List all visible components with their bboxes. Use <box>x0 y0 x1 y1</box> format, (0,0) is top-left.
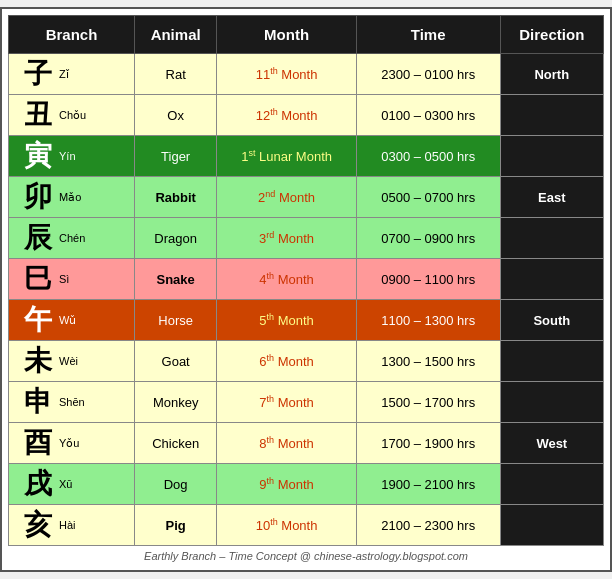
pinyin-text: Chǒu <box>59 109 86 122</box>
animal-cell: Goat <box>134 341 216 382</box>
pinyin-text: Yín <box>59 150 76 162</box>
direction-cell <box>500 464 603 505</box>
pinyin-text: Sì <box>59 273 69 285</box>
direction-cell: East <box>500 177 603 218</box>
chinese-character: 酉 <box>21 429 55 457</box>
branch-cell: 午 Wǔ <box>9 300 135 341</box>
chinese-character: 巳 <box>21 265 55 293</box>
branch-cell: 亥 Hài <box>9 505 135 546</box>
animal-cell: Dog <box>134 464 216 505</box>
month-text: 2nd Month <box>258 190 315 205</box>
header-animal: Animal <box>134 16 216 54</box>
direction-cell <box>500 382 603 423</box>
direction-cell <box>500 95 603 136</box>
time-cell: 1900 – 2100 hrs <box>356 464 500 505</box>
chinese-character: 午 <box>21 306 55 334</box>
table-row: 寅 Yín Tiger1st Lunar Month0300 – 0500 hr… <box>9 136 604 177</box>
chinese-character: 戌 <box>21 470 55 498</box>
earthly-branch-table: Branch Animal Month Time Direction 子 Zǐ … <box>8 15 604 546</box>
month-cell: 4th Month <box>217 259 356 300</box>
pinyin-text: Mǎo <box>59 191 81 204</box>
animal-cell: Pig <box>134 505 216 546</box>
direction-cell <box>500 136 603 177</box>
month-text: 1st Lunar Month <box>241 149 332 164</box>
branch-cell: 酉 Yǒu <box>9 423 135 464</box>
table-row: 午 Wǔ Horse5th Month1100 – 1300 hrsSouth <box>9 300 604 341</box>
table-row: 卯 Mǎo Rabbit2nd Month0500 – 0700 hrsEast <box>9 177 604 218</box>
time-cell: 1300 – 1500 hrs <box>356 341 500 382</box>
header-time: Time <box>356 16 500 54</box>
month-text: 10th Month <box>256 518 318 533</box>
animal-cell: Chicken <box>134 423 216 464</box>
month-cell: 12th Month <box>217 95 356 136</box>
chinese-character: 寅 <box>21 142 55 170</box>
time-cell: 0900 – 1100 hrs <box>356 259 500 300</box>
branch-cell: 巳 Sì <box>9 259 135 300</box>
animal-cell: Rabbit <box>134 177 216 218</box>
chinese-character: 卯 <box>21 183 55 211</box>
branch-cell: 丑 Chǒu <box>9 95 135 136</box>
time-cell: 1700 – 1900 hrs <box>356 423 500 464</box>
pinyin-text: Wǔ <box>59 314 76 327</box>
time-cell: 1100 – 1300 hrs <box>356 300 500 341</box>
time-cell: 0500 – 0700 hrs <box>356 177 500 218</box>
table-row: 辰 Chén Dragon3rd Month0700 – 0900 hrs <box>9 218 604 259</box>
time-cell: 0700 – 0900 hrs <box>356 218 500 259</box>
direction-cell <box>500 505 603 546</box>
branch-cell: 子 Zǐ <box>9 54 135 95</box>
month-cell: 7th Month <box>217 382 356 423</box>
table-row: 巳 Sì Snake4th Month0900 – 1100 hrs <box>9 259 604 300</box>
table-row: 酉 Yǒu Chicken8th Month1700 – 1900 hrsWes… <box>9 423 604 464</box>
month-text: 9th Month <box>259 477 314 492</box>
time-cell: 0100 – 0300 hrs <box>356 95 500 136</box>
direction-cell <box>500 259 603 300</box>
month-text: 4th Month <box>259 272 314 287</box>
direction-cell: South <box>500 300 603 341</box>
direction-cell: North <box>500 54 603 95</box>
branch-cell: 戌 Xū <box>9 464 135 505</box>
time-cell: 0300 – 0500 hrs <box>356 136 500 177</box>
branch-cell: 寅 Yín <box>9 136 135 177</box>
table-row: 亥 Hài Pig10th Month2100 – 2300 hrs <box>9 505 604 546</box>
month-cell: 11th Month <box>217 54 356 95</box>
pinyin-text: Zǐ <box>59 68 69 81</box>
month-text: 11th Month <box>256 67 318 82</box>
month-text: 8th Month <box>259 436 314 451</box>
chinese-character: 子 <box>21 60 55 88</box>
animal-cell: Monkey <box>134 382 216 423</box>
pinyin-text: Hài <box>59 519 76 531</box>
branch-cell: 未 Wèi <box>9 341 135 382</box>
header-direction: Direction <box>500 16 603 54</box>
chinese-character: 辰 <box>21 224 55 252</box>
branch-cell: 卯 Mǎo <box>9 177 135 218</box>
pinyin-text: Chén <box>59 232 85 244</box>
month-cell: 9th Month <box>217 464 356 505</box>
time-cell: 1500 – 1700 hrs <box>356 382 500 423</box>
time-cell: 2300 – 0100 hrs <box>356 54 500 95</box>
month-text: 7th Month <box>259 395 314 410</box>
month-text: 6th Month <box>259 354 314 369</box>
month-cell: 2nd Month <box>217 177 356 218</box>
pinyin-text: Xū <box>59 478 72 490</box>
table-row: 丑 Chǒu Ox12th Month0100 – 0300 hrs <box>9 95 604 136</box>
direction-cell: West <box>500 423 603 464</box>
main-container: Branch Animal Month Time Direction 子 Zǐ … <box>0 7 612 572</box>
month-text: 3rd Month <box>259 231 314 246</box>
time-cell: 2100 – 2300 hrs <box>356 505 500 546</box>
month-text: 12th Month <box>256 108 318 123</box>
chinese-character: 未 <box>21 347 55 375</box>
animal-cell: Rat <box>134 54 216 95</box>
branch-cell: 辰 Chén <box>9 218 135 259</box>
animal-cell: Dragon <box>134 218 216 259</box>
chinese-character: 亥 <box>21 511 55 539</box>
table-row: 未 Wèi Goat6th Month1300 – 1500 hrs <box>9 341 604 382</box>
animal-cell: Horse <box>134 300 216 341</box>
table-row: 子 Zǐ Rat11th Month2300 – 0100 hrsNorth <box>9 54 604 95</box>
chinese-character: 丑 <box>21 101 55 129</box>
direction-cell <box>500 218 603 259</box>
chinese-character: 申 <box>21 388 55 416</box>
animal-cell: Ox <box>134 95 216 136</box>
month-cell: 1st Lunar Month <box>217 136 356 177</box>
month-text: 5th Month <box>259 313 314 328</box>
month-cell: 5th Month <box>217 300 356 341</box>
